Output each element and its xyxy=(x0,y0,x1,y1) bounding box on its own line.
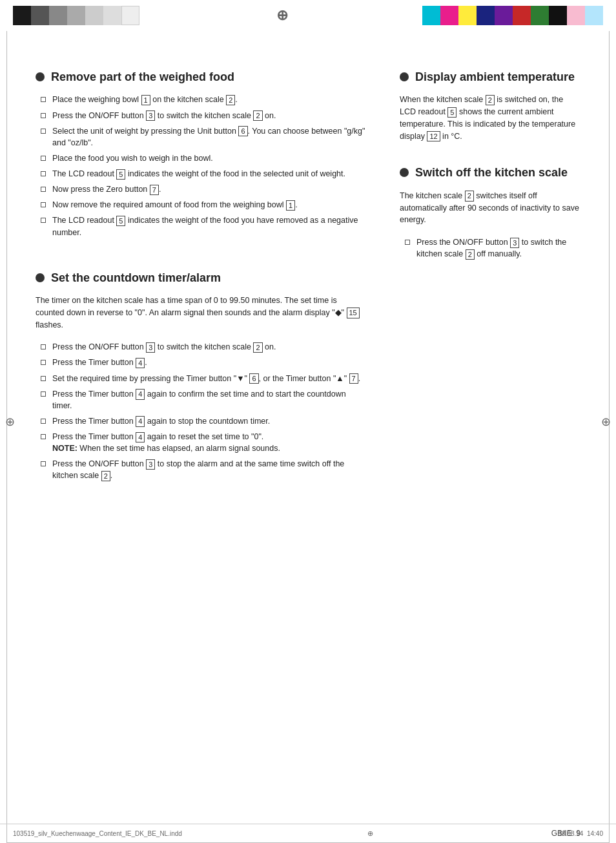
color-block-magenta xyxy=(440,6,458,25)
ref-box: 4 xyxy=(136,416,145,426)
list-item: Press the Timer button 4 again to confir… xyxy=(36,388,367,411)
ref-box: 2 xyxy=(226,95,235,105)
ref-box: 5 xyxy=(116,216,125,226)
heading-switchoff: Switch off the kitchen scale xyxy=(415,165,568,180)
crosshair-icon-top: ⊕ xyxy=(276,7,288,24)
top-color-bar: ⊕ xyxy=(0,0,616,31)
list-text: Press the Timer button 4 again to stop t… xyxy=(52,415,367,427)
list-bullet xyxy=(41,461,46,466)
bullet-switchoff xyxy=(400,168,409,177)
bottom-crosshair-icon: ⊕ xyxy=(367,829,373,838)
list-item: Select the unit of weight by pressing th… xyxy=(36,125,367,149)
color-block-gray1 xyxy=(49,6,67,25)
ref-box: 6 xyxy=(249,373,258,384)
section-divider xyxy=(36,258,367,271)
list-item: Press the Timer button 4 again to reset … xyxy=(36,431,367,454)
switchoff-list: Press the ON/OFF button 3 to switch the … xyxy=(400,236,580,260)
list-item: Press the Timer button 4 again to stop t… xyxy=(36,415,367,427)
list-bullet xyxy=(41,97,46,102)
left-column: Remove part of the weighed food Place th… xyxy=(36,70,367,501)
countdown-list: Press the ON/OFF button 3 to switch the … xyxy=(36,341,367,481)
list-text: Press the Timer button 4 again to confir… xyxy=(52,388,367,411)
color-blocks-right-container xyxy=(435,0,616,31)
list-item: Press the ON/OFF button 3 to switch the … xyxy=(36,110,367,121)
color-blocks-left xyxy=(13,6,139,25)
bottom-bar: 103519_silv_Kuechenwaage_Content_IE_DK_B… xyxy=(0,824,616,843)
list-item: Now press the Zero button 7. xyxy=(36,183,367,195)
ref-box: 2 xyxy=(253,342,262,353)
list-item: Place the food you wish to weigh in the … xyxy=(36,152,367,164)
list-item: Now remove the required amount of food f… xyxy=(36,199,367,211)
section-divider-right xyxy=(400,152,580,165)
locale-text: GB/IE xyxy=(551,829,572,838)
list-bullet xyxy=(41,187,46,192)
page-number: 9 xyxy=(576,829,580,838)
section-remove-food-heading: Remove part of the weighed food xyxy=(36,70,367,85)
color-block-black2 xyxy=(31,6,49,25)
color-block-gray4 xyxy=(103,6,121,25)
list-item: Place the weighing bowl 1 on the kitchen… xyxy=(36,94,367,105)
main-content: Remove part of the weighed food Place th… xyxy=(0,31,616,527)
list-text: Place the weighing bowl 1 on the kitchen… xyxy=(52,94,367,105)
heading-remove-food: Remove part of the weighed food xyxy=(51,70,234,85)
list-text: Place the food you wish to weigh in the … xyxy=(52,152,367,164)
ref-box: 5 xyxy=(447,107,457,118)
ref-box: 7 xyxy=(150,185,159,195)
color-block-pink xyxy=(567,6,585,25)
ref-box: 4 xyxy=(136,358,145,368)
ref-box: 4 xyxy=(136,432,145,442)
bullet-countdown xyxy=(36,273,45,282)
list-bullet xyxy=(41,218,46,223)
color-blocks-left-container xyxy=(0,0,129,31)
ref-box: 7 xyxy=(349,373,358,384)
bullet-remove-food xyxy=(36,72,45,81)
list-bullet xyxy=(41,391,46,397)
list-text: Press the ON/OFF button 3 to switch the … xyxy=(52,341,367,353)
list-text: Press the ON/OFF button 3 to switch the … xyxy=(52,110,367,121)
ref-box: 3 xyxy=(510,238,519,248)
section-temperature-heading: Display ambient temperature xyxy=(400,70,580,85)
ref-box: 2 xyxy=(101,471,110,481)
list-text: Press the Timer button 4. xyxy=(52,357,367,368)
list-text: The LCD readout 5 indicates the weight o… xyxy=(52,214,367,238)
temperature-para: When the kitchen scale 2 is switched on,… xyxy=(400,94,580,142)
crosshair-icon-right: ⊕ xyxy=(601,415,611,429)
ref-box: 3 xyxy=(146,459,155,470)
color-block-gray2 xyxy=(67,6,85,25)
list-text: Press the Timer button 4 again to reset … xyxy=(52,431,367,454)
color-blocks-right xyxy=(422,6,603,25)
list-bullet xyxy=(41,129,46,134)
ref-box: 2 xyxy=(253,110,262,121)
section-countdown-heading: Set the countdown timer/alarm xyxy=(36,271,367,286)
color-block-cyan xyxy=(422,6,440,25)
ref-box: 4 xyxy=(136,389,145,399)
bullet-temperature xyxy=(400,72,409,81)
list-item: Set the required time by pressing the Ti… xyxy=(36,373,367,384)
section-switchoff-heading: Switch off the kitchen scale xyxy=(400,165,580,180)
list-item: Press the ON/OFF button 3 to switch the … xyxy=(400,236,580,260)
list-item: Press the Timer button 4. xyxy=(36,357,367,368)
list-text: Now press the Zero button 7. xyxy=(52,183,367,195)
switchoff-para: The kitchen scale 2 switches itself off … xyxy=(400,190,580,226)
right-column: Display ambient temperature When the kit… xyxy=(400,70,580,501)
color-block-ltblue xyxy=(585,6,603,25)
top-center-crosshair: ⊕ xyxy=(129,0,435,31)
list-item: The LCD readout 5 indicates the weight o… xyxy=(36,168,367,180)
ref-box: 15 xyxy=(347,307,360,318)
list-text: Press the ON/OFF button 3 to stop the al… xyxy=(52,458,367,481)
ref-box: 2 xyxy=(466,249,475,260)
list-bullet xyxy=(41,360,46,365)
list-text: Set the required time by pressing the Ti… xyxy=(52,373,367,384)
list-bullet xyxy=(405,240,410,245)
color-block-red xyxy=(513,6,531,25)
color-block-black3 xyxy=(549,6,567,25)
page: ⊕ ⊕ ⊕ Remove part of xyxy=(0,0,616,843)
list-item: Press the ON/OFF button 3 to stop the al… xyxy=(36,458,367,481)
ref-box: 12 xyxy=(427,131,440,141)
list-item: The LCD readout 5 indicates the weight o… xyxy=(36,214,367,238)
note-label: NOTE: xyxy=(52,444,77,453)
list-bullet xyxy=(41,202,46,207)
ref-box: 3 xyxy=(146,110,155,121)
ref-box: 1 xyxy=(286,200,295,211)
heading-temperature: Display ambient temperature xyxy=(415,70,575,85)
